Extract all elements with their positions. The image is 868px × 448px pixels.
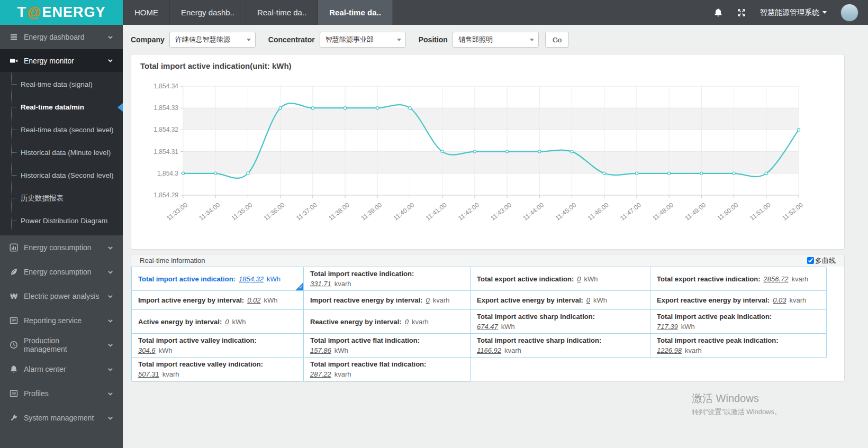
svg-text:11:51:00: 11:51:00 bbox=[748, 201, 772, 222]
svg-text:11:36:00: 11:36:00 bbox=[263, 201, 286, 222]
cell-total-export-active-indication[interactable]: Total export active indication:0kWh bbox=[471, 267, 650, 291]
cell-total-import-active-flat[interactable]: Total import active flat indication:157.… bbox=[304, 334, 471, 358]
position-select[interactable]: 销售部照明 bbox=[453, 32, 539, 48]
sidebar-item-energy-dashboard[interactable]: Energy dashboard bbox=[0, 25, 123, 49]
sidebar-item-electric-power-analysis[interactable]: ₩ Electric power analysis bbox=[0, 284, 123, 308]
svg-text:11:49:00: 11:49:00 bbox=[683, 201, 707, 222]
sidebar-subitem-power-distribution-diagram[interactable]: Power Distribution Diagram bbox=[0, 209, 123, 232]
svg-text:11:44:00: 11:44:00 bbox=[521, 201, 545, 222]
sidebar-item-energy-monitor[interactable]: Energy monitor bbox=[0, 49, 123, 72]
sidebar-item-label: System management bbox=[24, 414, 102, 422]
cell-total-import-reactive-indication[interactable]: Total import reactive indication:331.71k… bbox=[304, 267, 471, 291]
won-icon: ₩ bbox=[10, 292, 18, 300]
sidebar-item-reporting-service[interactable]: Reporting service bbox=[0, 308, 123, 333]
sidebar-subitem-realtime-data-second-level[interactable]: Real-time data (second level) bbox=[0, 118, 123, 141]
sidebar-item-profiles[interactable]: Profiles bbox=[0, 381, 123, 406]
svg-text:11:42:00: 11:42:00 bbox=[457, 201, 481, 222]
system-name-menu[interactable]: 智慧能源管理系统 bbox=[760, 8, 827, 17]
multi-curve-toggle: 多曲线 bbox=[807, 256, 836, 266]
empty-cell bbox=[650, 358, 827, 381]
svg-text:11:37:00: 11:37:00 bbox=[295, 201, 319, 222]
sidebar-item-energy-consumption-1[interactable]: Energy consumption bbox=[0, 235, 123, 260]
subitem-label: Power Distribution Diagram bbox=[21, 217, 107, 225]
position-label: Position bbox=[419, 35, 448, 44]
chevron-down-icon bbox=[397, 39, 401, 41]
svg-text:1,854.33: 1,854.33 bbox=[153, 104, 178, 112]
table-row: Import active energy by interval:0.02kWh… bbox=[132, 291, 826, 310]
system-name-label: 智慧能源管理系统 bbox=[760, 8, 819, 17]
chevron-down-icon bbox=[822, 11, 827, 14]
cell-total-import-active-valley[interactable]: Total import active valley indication:30… bbox=[132, 334, 304, 358]
cell-active-energy-interval[interactable]: Active energy by interval:0kWh bbox=[132, 310, 304, 334]
sidebar-item-label: Energy monitor bbox=[24, 57, 102, 65]
report-icon bbox=[10, 316, 18, 325]
notification-bell-icon[interactable] bbox=[713, 8, 723, 17]
sidebar-subitem-realtime-data-signal[interactable]: Real-time data (signal) bbox=[0, 73, 123, 96]
user-avatar[interactable] bbox=[840, 4, 858, 22]
chevron-down-icon bbox=[247, 39, 251, 41]
logo-text: T bbox=[17, 4, 27, 21]
concentrator-select[interactable]: 智慧能源事业部 bbox=[320, 32, 406, 48]
svg-text:11:47:00: 11:47:00 bbox=[619, 201, 643, 222]
sidebar-item-energy-consumption-2[interactable]: Energy consumption bbox=[0, 260, 123, 284]
clock-icon bbox=[10, 341, 18, 349]
cell-total-export-reactive-indication[interactable]: Total export reactive indication:2856.72… bbox=[650, 267, 827, 291]
sidebar-item-label: Electric power analysis bbox=[24, 292, 102, 300]
fullscreen-icon[interactable] bbox=[737, 8, 746, 17]
energy-monitor-submenu: Real-time data (signal) Real-time data/m… bbox=[0, 72, 123, 235]
cell-total-import-active-indication[interactable]: Total import active indication:1854.32kW… bbox=[132, 267, 304, 291]
chevron-down-icon bbox=[107, 34, 113, 40]
svg-text:11:35:00: 11:35:00 bbox=[230, 201, 254, 222]
svg-text:11:33:00: 11:33:00 bbox=[165, 201, 189, 222]
chevron-down-icon bbox=[107, 367, 113, 372]
cell-total-import-reactive-valley[interactable]: Total import reactive valley indication:… bbox=[132, 358, 304, 381]
multi-curve-label: 多曲线 bbox=[815, 256, 836, 266]
sidebar-subitem-historical-data-second[interactable]: Historical data (Second level) bbox=[0, 164, 123, 187]
cell-export-active-energy-interval[interactable]: Export active energy by interval:0kWh bbox=[471, 291, 650, 310]
sidebar-subitem-realtime-data-min[interactable]: Real-time data/min bbox=[0, 96, 123, 118]
tab-home[interactable]: HOME bbox=[123, 0, 170, 25]
sidebar-item-system-management[interactable]: System management bbox=[0, 406, 123, 430]
company-select[interactable]: 许继信息智慧能源 bbox=[169, 32, 256, 48]
chart-panel: Total import active indication(unit: kWh… bbox=[131, 54, 845, 250]
tab-realtime-data-1[interactable]: Real-time da.. bbox=[246, 0, 318, 25]
bar-chart-icon bbox=[10, 243, 18, 252]
sidebar-item-label: Energy consumption bbox=[24, 243, 102, 252]
sidebar-item-label: Energy dashboard bbox=[24, 33, 102, 41]
sidebar-item-label: Reporting service bbox=[24, 316, 102, 325]
sidebar-item-production-management[interactable]: Production management bbox=[0, 333, 123, 357]
subitem-label: Real-time data (signal) bbox=[21, 80, 93, 88]
cell-total-import-reactive-peak[interactable]: Total import reactive peak indication:12… bbox=[650, 334, 827, 358]
filter-bar: Company 许继信息智慧能源 Concentrator 智慧能源事业部 Po… bbox=[131, 31, 845, 48]
chevron-down-icon bbox=[107, 318, 113, 324]
chevron-down-icon bbox=[107, 245, 113, 251]
realtime-info-header: Real-time information 多曲线 bbox=[131, 254, 844, 267]
empty-cell bbox=[471, 358, 650, 381]
cell-total-import-reactive-flat[interactable]: Total import reactive flat indication:28… bbox=[304, 358, 471, 381]
go-button[interactable]: Go bbox=[545, 32, 569, 48]
tab-realtime-data-2[interactable]: Real-time da.. bbox=[318, 0, 393, 25]
cell-export-reactive-energy-interval[interactable]: Export reactive energy by interval:0.03k… bbox=[650, 291, 827, 310]
chevron-down-icon bbox=[530, 39, 534, 41]
realtime-info-table: Total import active indication:1854.32kW… bbox=[131, 267, 826, 381]
cell-total-import-reactive-sharp[interactable]: Total import reactive sharp indication:1… bbox=[471, 334, 650, 358]
sidebar-subitem-historical-data-report[interactable]: 历史数据报表 bbox=[0, 187, 123, 209]
cell-import-reactive-energy-interval[interactable]: Import reactive energy by interval:0kvar… bbox=[304, 291, 471, 310]
main-content: Company 许继信息智慧能源 Concentrator 智慧能源事业部 Po… bbox=[123, 25, 868, 448]
cell-total-import-active-sharp[interactable]: Total import active sharp indication:674… bbox=[471, 310, 650, 334]
realtime-info-title: Real-time information bbox=[140, 257, 205, 264]
multi-curve-checkbox[interactable] bbox=[807, 257, 814, 264]
sidebar-subitem-historical-data-minute[interactable]: Historical data (Minute level) bbox=[0, 141, 123, 164]
cell-total-import-active-peak[interactable]: Total import active peak indication:717.… bbox=[650, 310, 827, 334]
chevron-down-icon bbox=[107, 342, 113, 348]
tab-energy-dashboard[interactable]: Energy dashb.. bbox=[170, 0, 246, 25]
company-select-value: 许继信息智慧能源 bbox=[175, 35, 247, 44]
cell-reactive-energy-interval[interactable]: Reactive energy by interval:0kvarh bbox=[304, 310, 471, 334]
cell-import-active-energy-interval[interactable]: Import active energy by interval:0.02kWh bbox=[132, 291, 304, 310]
windows-activation-watermark: 激活 Windows 转到“设置”以激活 Windows。 bbox=[692, 391, 781, 417]
subitem-label: Real-time data (second level) bbox=[21, 126, 114, 134]
concentrator-select-value: 智慧能源事业部 bbox=[326, 35, 397, 44]
svg-text:1,854.32: 1,854.32 bbox=[153, 126, 178, 133]
chevron-down-icon bbox=[107, 391, 113, 397]
sidebar-item-alarm-center[interactable]: Alarm center bbox=[0, 357, 123, 381]
